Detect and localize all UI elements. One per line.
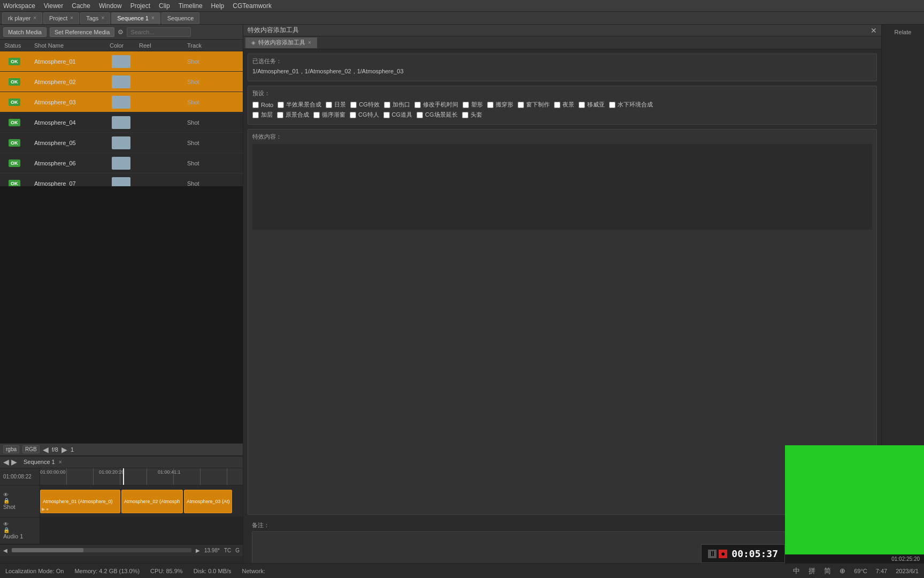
zoom-icon-left[interactable]: ◀	[3, 547, 7, 553]
effects-content-textarea[interactable]	[252, 144, 872, 230]
menu-workspace[interactable]: Workspace	[3, 2, 35, 10]
checkbox-layer-input[interactable]	[252, 112, 259, 118]
checkbox-cgfx-input[interactable]	[350, 102, 357, 108]
menu-help[interactable]: Help	[211, 2, 225, 10]
effects-tab-main[interactable]: ◈ 特效内容添加工具 ×	[245, 37, 317, 48]
set-reference-button[interactable]: Set Reference Media	[50, 27, 114, 37]
shot-row-6[interactable]: OK Atmosphere_06 Shot	[0, 153, 243, 173]
audio-lock-icon[interactable]: 🔒	[3, 527, 10, 533]
timer-pause-button[interactable]: ⏸	[708, 550, 717, 558]
checkbox-time[interactable]: 修改手机时间	[414, 101, 458, 109]
menu-project[interactable]: Project	[130, 2, 150, 10]
effects-close-icon[interactable]: ✕	[871, 26, 877, 35]
tab-rk-player-close[interactable]: ×	[33, 15, 36, 21]
menu-window[interactable]: Window	[99, 2, 122, 10]
checkbox-cloth-input[interactable]	[487, 102, 494, 108]
color-swatch-5	[112, 136, 130, 149]
nav-next-arrow[interactable]: ▶	[61, 445, 67, 454]
timeline-nav-right[interactable]: ▶	[11, 458, 17, 466]
status-localization: Localization Mode: On	[5, 568, 64, 574]
checkbox-shape-input[interactable]	[463, 102, 469, 108]
tray-icon-2[interactable]: 拼	[808, 566, 815, 576]
menu-timeline[interactable]: Timeline	[179, 2, 203, 10]
checkbox-orig-comp-input[interactable]	[277, 112, 283, 118]
checkbox-night-input[interactable]	[554, 102, 560, 108]
checkbox-cgfx[interactable]: CG特效	[350, 101, 380, 109]
track-eye-icon[interactable]: 👁	[3, 492, 9, 498]
tab-sequence-short[interactable]: Sequence	[161, 12, 200, 24]
timeline-nav-left[interactable]: ◀	[3, 458, 9, 466]
shot-row-2[interactable]: OK Atmosphere_02 Shot	[0, 72, 243, 92]
shot-search-input[interactable]	[127, 27, 191, 37]
nav-prev-arrow[interactable]: ◀	[43, 445, 49, 454]
tray-icon-1[interactable]: 中	[793, 566, 800, 576]
tab-tags-close[interactable]: ×	[101, 15, 104, 21]
menu-viewer[interactable]: Viewer	[44, 2, 63, 10]
tab-sequence1-close[interactable]: ×	[151, 15, 155, 21]
checkbox-wound[interactable]: 加伤口	[384, 101, 410, 109]
checkbox-underwater[interactable]: 水下环境合成	[609, 101, 653, 109]
checkbox-cg-person[interactable]: CG特人	[350, 111, 379, 119]
effects-tab-close[interactable]: ×	[308, 40, 311, 45]
shot-row-1[interactable]: OK Atmosphere_01 Shot	[0, 51, 243, 72]
timeline-tab-sequence1[interactable]: Sequence 1 ×	[19, 459, 66, 465]
shot-row-7[interactable]: OK Atmosphere_07 Shot	[0, 173, 243, 186]
checkbox-underwater-input[interactable]	[609, 102, 615, 108]
checkbox-time-input[interactable]	[414, 102, 421, 108]
timeline-scrollbar[interactable]	[12, 548, 191, 552]
checkbox-wire[interactable]: 移威亚	[579, 101, 605, 109]
checkbox-wound-input[interactable]	[384, 102, 390, 108]
checkbox-wire-label: 移威亚	[587, 101, 605, 109]
checkbox-cg-scene-input[interactable]	[417, 112, 423, 118]
track-lock-icon[interactable]: 🔒	[3, 498, 10, 504]
checkbox-day-input[interactable]	[326, 102, 332, 108]
checkbox-wire-input[interactable]	[579, 102, 585, 108]
tray-icon-3[interactable]: 简	[824, 566, 831, 576]
menu-bar: Workspace Viewer Cache Window Project Cl…	[0, 0, 924, 12]
tab-project[interactable]: Project ×	[43, 12, 79, 24]
timeline-clip-3[interactable]: Atmosphere_03 (At)	[184, 490, 232, 513]
shot-row-5[interactable]: OK Atmosphere_05 Shot	[0, 133, 243, 153]
menu-cache[interactable]: Cache	[72, 2, 90, 10]
checkbox-orig-comp[interactable]: 原景合成	[277, 111, 309, 119]
checkbox-comp[interactable]: 半效果景合成	[278, 101, 321, 109]
checkbox-night[interactable]: 夜景	[554, 101, 574, 109]
shot-row-3[interactable]: OK Atmosphere_03 Shot	[0, 92, 243, 112]
settings-icon[interactable]: ⚙	[118, 28, 124, 36]
tab-sequence1[interactable]: Sequence 1 ×	[111, 12, 160, 24]
checkbox-day[interactable]: 日景	[326, 101, 346, 109]
timeline-clip-2[interactable]: Atmosphere_02 (Atmosph)	[121, 490, 183, 513]
tray-icon-4[interactable]: ⊕	[840, 567, 845, 575]
checkbox-cg-prop[interactable]: CG道具	[383, 111, 413, 119]
checkbox-comp-input[interactable]	[278, 102, 284, 108]
timeline-tab-close[interactable]: ×	[59, 459, 62, 465]
timeline-ruler[interactable]: 01:00:00:00 01:00:20:20 01:00:41:1	[40, 468, 243, 485]
timeline-ruler-label: 01:00:08:22	[0, 468, 40, 485]
tab-project-close[interactable]: ×	[70, 15, 73, 21]
checkbox-progress[interactable]: 循序渐窗	[313, 111, 345, 119]
checkbox-cg-prop-input[interactable]	[383, 112, 390, 118]
checkbox-roto-input[interactable]	[252, 102, 259, 108]
menu-clip[interactable]: Clip	[159, 2, 170, 10]
match-media-button[interactable]: Match Media	[3, 27, 47, 37]
timer-record-button[interactable]: ●	[719, 550, 727, 558]
menu-cgteamwork[interactable]: CGTeamwork	[233, 2, 272, 10]
shot-row-4[interactable]: OK Atmosphere_04 Shot	[0, 112, 243, 133]
zoom-icon-right[interactable]: ▶	[196, 547, 200, 553]
shot-track-1: Shot	[187, 58, 230, 65]
checkbox-progress-input[interactable]	[313, 112, 320, 118]
checkbox-window[interactable]: 窗下制作	[518, 101, 550, 109]
timeline-clip-1[interactable]: Atmosphere_01 (Atmosphere_0) ▶ ●	[40, 490, 120, 513]
checkbox-head-input[interactable]	[462, 112, 468, 118]
checkbox-cloth[interactable]: 搬穿形	[487, 101, 513, 109]
checkbox-roto[interactable]: Roto	[252, 102, 273, 108]
checkbox-window-input[interactable]	[518, 102, 524, 108]
checkbox-head[interactable]: 头套	[462, 111, 482, 119]
checkbox-cg-scene[interactable]: CG场景延长	[417, 111, 458, 119]
checkbox-shape[interactable]: 塑形	[463, 101, 483, 109]
tab-rk-player[interactable]: rk player ×	[2, 12, 42, 24]
checkbox-cg-person-input[interactable]	[350, 112, 356, 118]
tab-tags[interactable]: Tags ×	[80, 12, 110, 24]
checkbox-layer[interactable]: 加层	[252, 111, 273, 119]
audio-eye-icon[interactable]: 👁	[3, 521, 9, 527]
